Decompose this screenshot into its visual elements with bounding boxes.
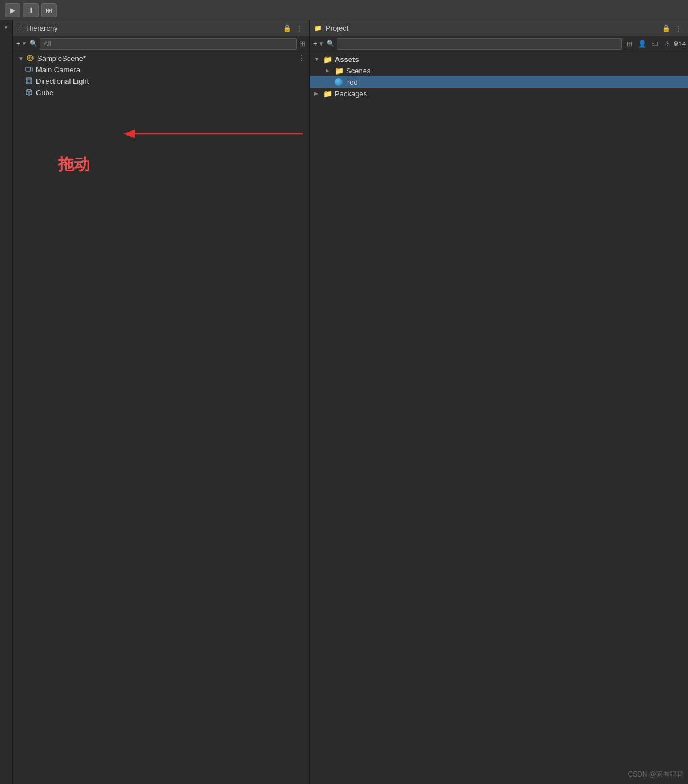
- watermark: CSDN @家有狸花: [628, 770, 683, 779]
- project-add-button[interactable]: + ▼: [313, 39, 324, 48]
- hierarchy-search-input[interactable]: [40, 38, 298, 50]
- project-item-assets[interactable]: ▼ 📁 Assets: [310, 54, 688, 65]
- directional-light-label: Directional Light: [36, 77, 89, 85]
- assets-arrow-icon: ▼: [314, 56, 321, 62]
- hierarchy-header: ☰ Hierarchy 🔒 ⋮: [13, 20, 309, 36]
- project-panel: 📁 Project 🔒 ⋮ + ▼ 🔍 ⊞ 👤 🏷 ⚠ ⚙14: [310, 20, 688, 784]
- hierarchy-panel: ☰ Hierarchy 🔒 ⋮ + ▼ 🔍 ⊞ ▼: [13, 20, 310, 784]
- project-lock-icon[interactable]: 🔒: [661, 23, 671, 34]
- assets-label: Assets: [335, 55, 359, 64]
- svg-rect-1: [26, 67, 31, 71]
- project-search-bar: + ▼ 🔍 ⊞ 👤 🏷 ⚠ ⚙14: [310, 36, 688, 51]
- packages-label: Packages: [335, 89, 367, 98]
- project-actions: 🔒 ⋮: [661, 23, 683, 34]
- red-label: red: [347, 78, 358, 87]
- filter-icon[interactable]: ⊞: [299, 39, 306, 48]
- svg-rect-2: [26, 78, 32, 84]
- scenes-folder-icon: 📁: [335, 67, 344, 75]
- scene-item-samplescene[interactable]: ▼ SampleScene* ⋮: [13, 52, 309, 64]
- project-user-icon[interactable]: 👤: [637, 39, 647, 49]
- scene-name-label: SampleScene*: [37, 54, 86, 63]
- step-button[interactable]: ⏭: [41, 3, 57, 17]
- lock-icon[interactable]: 🔒: [282, 23, 292, 34]
- hierarchy-item-cube[interactable]: Cube: [13, 87, 309, 98]
- more-options-icon[interactable]: ⋮: [294, 23, 304, 34]
- project-filter-icon[interactable]: ⊞: [624, 39, 635, 49]
- project-item-scenes[interactable]: ▶ 📁 Scenes: [310, 65, 688, 76]
- project-header: 📁 Project 🔒 ⋮: [310, 20, 688, 36]
- hierarchy-title: Hierarchy: [26, 24, 58, 32]
- main-layout: ▼ ☰ Hierarchy 🔒 ⋮ + ▼ 🔍 ⊞ ▼: [0, 20, 688, 784]
- drag-arrow-overlay: [13, 51, 309, 784]
- hierarchy-item-main-camera[interactable]: Main Camera: [13, 64, 309, 75]
- camera-icon: [25, 65, 33, 73]
- main-camera-label: Main Camera: [36, 65, 80, 74]
- pause-button[interactable]: ⏸: [23, 3, 39, 17]
- search-icon: 🔍: [30, 40, 38, 47]
- play-button[interactable]: ▶: [5, 3, 20, 17]
- project-search-input[interactable]: [337, 38, 623, 50]
- hierarchy-actions: 🔒 ⋮: [282, 23, 304, 34]
- project-toolbar-icons: ⊞ 👤 🏷 ⚠ ⚙14: [624, 39, 685, 49]
- project-item-red[interactable]: red: [310, 76, 688, 88]
- project-panel-icon: 📁: [314, 24, 322, 32]
- project-search-icon: 🔍: [327, 40, 335, 47]
- project-title: Project: [326, 24, 348, 32]
- scene-icon: [26, 54, 34, 62]
- left-strip: ▼: [0, 20, 13, 784]
- red-material-icon: [335, 78, 343, 86]
- hierarchy-icon: ☰: [17, 24, 23, 32]
- project-badge: ⚙14: [674, 39, 685, 49]
- packages-arrow-icon: ▶: [314, 91, 321, 96]
- light-icon: [25, 77, 33, 85]
- svg-point-0: [27, 55, 33, 61]
- scene-more-icon[interactable]: ⋮: [298, 54, 306, 63]
- project-warning-icon[interactable]: ⚠: [662, 39, 672, 49]
- project-more-icon[interactable]: ⋮: [673, 23, 683, 34]
- project-item-packages[interactable]: ▶ 📁 Packages: [310, 88, 688, 99]
- scene-arrow-icon: ▼: [17, 54, 25, 62]
- hierarchy-search-bar: + ▼ 🔍 ⊞: [13, 36, 309, 51]
- strip-arrow-button[interactable]: ▼: [2, 23, 11, 32]
- project-tag-icon[interactable]: 🏷: [649, 39, 660, 49]
- svg-rect-3: [27, 79, 31, 83]
- project-add-arrow: ▼: [319, 40, 324, 47]
- add-dropdown-arrow: ▼: [22, 40, 27, 47]
- top-toolbar: ▶ ⏸ ⏭: [0, 0, 688, 20]
- project-tree: ▼ 📁 Assets ▶ 📁 Scenes red ▶ 📁 Packages: [310, 51, 688, 784]
- cube-icon: [25, 88, 33, 96]
- drag-annotation: 拖动: [58, 154, 90, 175]
- hierarchy-add-button[interactable]: + ▼: [16, 39, 27, 48]
- hierarchy-item-directional-light[interactable]: Directional Light: [13, 75, 309, 87]
- scenes-arrow-icon: ▶: [326, 68, 332, 73]
- cube-label: Cube: [36, 88, 53, 97]
- packages-folder-icon: 📁: [323, 89, 332, 98]
- scenes-label: Scenes: [346, 67, 370, 75]
- assets-folder-icon: 📁: [323, 55, 332, 64]
- hierarchy-tree: ▼ SampleScene* ⋮ Main Camera: [13, 51, 309, 784]
